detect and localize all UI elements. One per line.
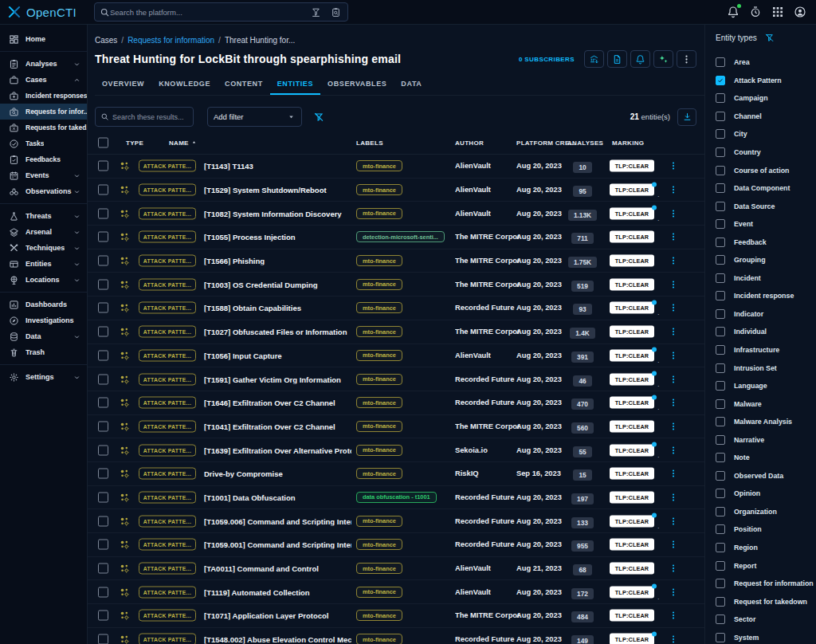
entity-type-grouping[interactable]: Grouping xyxy=(716,251,816,269)
results-search-input[interactable] xyxy=(112,113,188,121)
entity-type-checkbox[interactable] xyxy=(716,345,725,355)
entity-type-position[interactable]: Position xyxy=(716,520,816,539)
entity-type-narrative[interactable]: Narrative xyxy=(716,430,816,449)
row-menu-button[interactable] xyxy=(669,563,678,574)
entity-type-checkbox[interactable] xyxy=(716,147,725,157)
entity-type-request-for-information[interactable]: Request for information xyxy=(716,575,816,593)
entity-type-checkbox[interactable] xyxy=(716,273,725,283)
entity-type-checkbox[interactable] xyxy=(716,633,725,642)
row-menu-button[interactable] xyxy=(669,302,678,313)
entity-type-checkbox[interactable] xyxy=(716,363,725,373)
column-header-type[interactable]: TYPE xyxy=(126,139,143,146)
entity-type-feedback[interactable]: Feedback xyxy=(716,233,816,251)
add-filter-select[interactable]: Add filter xyxy=(207,107,302,127)
entity-type-checkbox[interactable] xyxy=(716,615,725,624)
sidebar-item-home[interactable]: Home xyxy=(0,31,87,47)
table-row[interactable]: ATTACK PATTE...[T1591] Gather Victim Org… xyxy=(88,367,704,391)
entity-type-checkbox[interactable] xyxy=(716,309,725,319)
table-row[interactable]: ATTACK PATTE...[T1143] T1143mto-financeA… xyxy=(88,155,704,179)
row-menu-button[interactable] xyxy=(669,279,678,290)
entity-type-checkbox[interactable] xyxy=(716,202,725,211)
column-header-name[interactable]: NAME xyxy=(169,139,198,146)
entity-type-checkbox[interactable] xyxy=(716,129,725,139)
content-export-button[interactable] xyxy=(607,50,627,68)
entity-type-event[interactable]: Event xyxy=(716,215,816,234)
entity-type-checkbox[interactable] xyxy=(716,489,725,498)
table-row[interactable]: ATTACK PATTE...Drive-by Compromisemto-fi… xyxy=(88,462,704,486)
row-menu-button[interactable] xyxy=(669,160,678,171)
tab-content[interactable]: CONTENT xyxy=(218,75,270,95)
entity-type-checkbox[interactable] xyxy=(716,435,725,445)
row-menu-button[interactable] xyxy=(669,634,678,644)
subscribe-alerts-button[interactable] xyxy=(630,50,650,68)
entity-type-checkbox[interactable] xyxy=(716,57,725,67)
entity-type-campaign[interactable]: Campaign xyxy=(716,89,816,108)
entity-type-checkbox[interactable] xyxy=(716,453,725,462)
table-row[interactable]: ATTACK PATTE...[T1059.006] Command and S… xyxy=(88,509,704,533)
table-row[interactable]: ATTACK PATTE...[T1588] Obtain Capabiliti… xyxy=(88,296,704,320)
table-row[interactable]: ATTACK PATTE...[T1059.001] Command and S… xyxy=(88,533,704,557)
entity-type-checkbox[interactable] xyxy=(716,166,725,175)
row-checkbox[interactable] xyxy=(98,256,108,266)
column-header-analyses[interactable]: ANALYSES xyxy=(567,139,603,146)
table-row[interactable]: ATTACK PATTE...[T1071] Application Layer… xyxy=(88,604,704,628)
row-menu-button[interactable] xyxy=(669,492,678,503)
select-all-checkbox[interactable] xyxy=(98,137,108,147)
row-checkbox[interactable] xyxy=(98,398,108,408)
row-checkbox[interactable] xyxy=(98,303,108,313)
row-menu-button[interactable] xyxy=(669,539,678,550)
advanced-search-icon[interactable] xyxy=(311,7,321,18)
entity-type-system[interactable]: System xyxy=(716,629,816,644)
bulk-search-icon[interactable] xyxy=(331,7,341,18)
entity-type-checkbox[interactable] xyxy=(716,76,725,85)
entity-type-checkbox[interactable] xyxy=(716,112,725,121)
entity-type-checkbox[interactable] xyxy=(716,597,725,607)
entity-type-country[interactable]: Country xyxy=(716,143,816,162)
table-row[interactable]: ATTACK PATTE...[T1082] System Informatio… xyxy=(88,202,704,226)
ai-assistant-button[interactable] xyxy=(653,50,673,68)
platform-search-input[interactable] xyxy=(110,8,311,17)
row-checkbox[interactable] xyxy=(98,611,108,621)
tab-knowledge[interactable]: KNOWLEDGE xyxy=(151,75,218,95)
entity-type-checkbox[interactable] xyxy=(716,255,725,265)
entity-type-checkbox[interactable] xyxy=(716,579,725,588)
entity-type-checkbox[interactable] xyxy=(716,238,725,247)
sidebar-item-settings[interactable]: Settings xyxy=(0,369,87,385)
sidebar-item-events[interactable]: Events xyxy=(0,167,87,183)
row-menu-button[interactable] xyxy=(669,374,678,385)
opencti-logo[interactable]: OpenCTI xyxy=(0,4,88,20)
column-header-marking[interactable]: MARKING xyxy=(612,139,644,146)
column-header-platform-cre[interactable]: PLATFORM CRE... xyxy=(516,139,575,146)
sidebar-item-requests-for-infor[interactable]: Requests for infor... xyxy=(0,104,87,120)
entity-type-data-source[interactable]: Data Source xyxy=(716,197,816,215)
entity-type-channel[interactable]: Channel xyxy=(716,108,816,126)
table-row[interactable]: ATTACK PATTE...[TA0011] Command and Cont… xyxy=(88,557,704,581)
notifications-icon[interactable] xyxy=(727,6,740,18)
row-checkbox[interactable] xyxy=(98,327,108,337)
sidebar-item-locations[interactable]: Locations xyxy=(0,272,87,288)
clear-entity-filter-icon[interactable] xyxy=(764,33,775,43)
table-row[interactable]: ATTACK PATTE...[T1119] Automated Collect… xyxy=(88,580,704,604)
triggers-icon[interactable] xyxy=(749,6,762,18)
row-checkbox[interactable] xyxy=(98,161,108,171)
entity-type-observed-data[interactable]: Observed Data xyxy=(716,467,816,485)
table-row[interactable]: ATTACK PATTE...[T1055] Process Injection… xyxy=(88,226,704,249)
row-menu-button[interactable] xyxy=(669,445,678,456)
entity-type-indicator[interactable]: Indicator xyxy=(716,305,816,324)
table-row[interactable]: ATTACK PATTE...[T1001] Data Obfuscationd… xyxy=(88,486,704,510)
row-checkbox[interactable] xyxy=(98,185,108,195)
sidebar-item-arsenal[interactable]: Arsenal xyxy=(0,224,87,240)
entity-type-malware-analysis[interactable]: Malware Analysis xyxy=(716,413,816,431)
table-row[interactable]: ATTACK PATTE...[T1003] OS Credential Dum… xyxy=(88,273,704,296)
subscribers-button[interactable]: 0 SUBSCRIBERS xyxy=(519,56,575,63)
row-checkbox[interactable] xyxy=(98,374,108,384)
table-row[interactable]: ATTACK PATTE...[T1548.002] Abuse Elevati… xyxy=(88,628,704,644)
sidebar-item-requests-for-taked[interactable]: Requests for taked... xyxy=(0,120,87,135)
row-menu-button[interactable] xyxy=(669,610,678,621)
row-checkbox[interactable] xyxy=(98,516,108,526)
entity-type-individual[interactable]: Individual xyxy=(716,323,816,341)
entity-type-checkbox[interactable] xyxy=(716,183,725,193)
entity-type-checkbox[interactable] xyxy=(716,507,725,516)
sidebar-item-dashboards[interactable]: Dashboards xyxy=(0,296,87,312)
sidebar-item-techniques[interactable]: Techniques xyxy=(0,240,87,256)
